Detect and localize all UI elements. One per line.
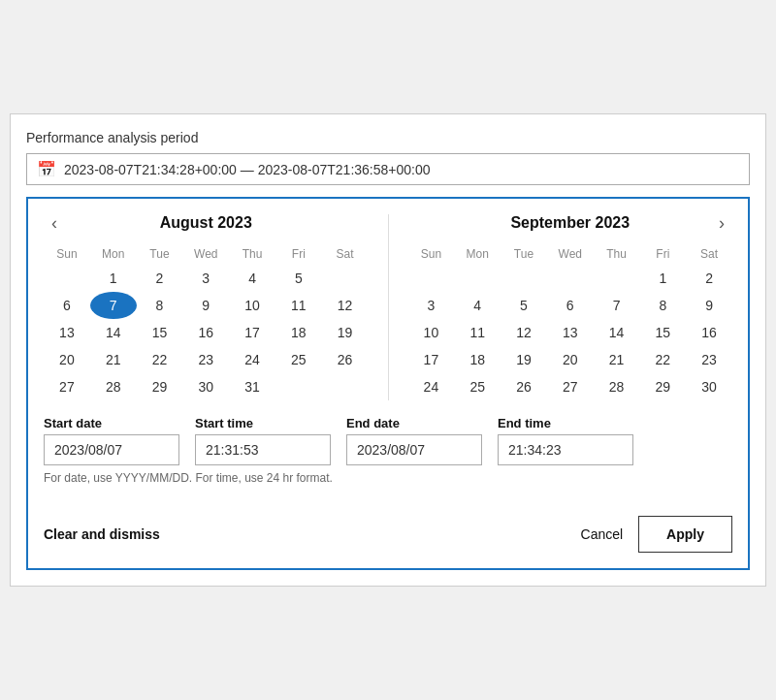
calendar-divider xyxy=(388,214,389,400)
august-title: August 2023 xyxy=(160,214,252,232)
table-row[interactable]: 20 xyxy=(44,346,90,373)
table-row xyxy=(501,265,547,292)
prev-month-button[interactable]: ‹ xyxy=(44,211,65,236)
table-row[interactable]: 31 xyxy=(229,373,275,400)
sep-thu-header: Thu xyxy=(594,243,640,265)
table-row xyxy=(275,373,322,400)
end-time-input[interactable] xyxy=(498,434,633,465)
cancel-button[interactable]: Cancel xyxy=(581,526,624,542)
table-row[interactable]: 6 xyxy=(547,292,594,319)
table-row[interactable]: 23 xyxy=(686,346,732,373)
end-date-input[interactable] xyxy=(346,434,482,465)
sep-wed-header: Wed xyxy=(547,243,594,265)
aug-wed-header: Wed xyxy=(182,243,229,265)
table-row[interactable]: 18 xyxy=(275,319,322,346)
table-row[interactable]: 20 xyxy=(547,346,594,373)
table-row[interactable]: 4 xyxy=(454,292,501,319)
august-header: ‹ August 2023 xyxy=(44,214,369,232)
table-row[interactable]: 12 xyxy=(322,292,369,319)
table-row[interactable]: 8 xyxy=(639,292,686,319)
table-row[interactable]: 22 xyxy=(137,346,183,373)
september-title: September 2023 xyxy=(510,214,630,232)
table-row[interactable]: 13 xyxy=(547,319,594,346)
table-row[interactable]: 29 xyxy=(137,373,183,400)
table-row[interactable]: 1 xyxy=(90,265,137,292)
table-row xyxy=(454,265,501,292)
table-row[interactable]: 19 xyxy=(501,346,547,373)
table-row[interactable]: 17 xyxy=(408,346,455,373)
table-row[interactable]: 7 xyxy=(594,292,640,319)
table-row[interactable]: 8 xyxy=(137,292,183,319)
table-row[interactable]: 25 xyxy=(275,346,322,373)
table-row[interactable]: 2 xyxy=(686,265,732,292)
clear-dismiss-button[interactable]: Clear and dismiss xyxy=(44,526,160,542)
table-row[interactable]: 15 xyxy=(137,319,183,346)
start-time-label: Start time xyxy=(195,416,331,430)
date-range-text: 2023-08-07T21:34:28+00:00 — 2023-08-07T2… xyxy=(64,162,431,177)
table-row[interactable]: 24 xyxy=(229,346,275,373)
table-row[interactable]: 4 xyxy=(229,265,275,292)
table-row[interactable]: 30 xyxy=(686,373,732,400)
table-row[interactable]: 26 xyxy=(322,346,369,373)
aug-thu-header: Thu xyxy=(229,243,275,265)
table-row[interactable]: 21 xyxy=(594,346,640,373)
table-row[interactable]: 27 xyxy=(547,373,594,400)
table-row[interactable]: 2 xyxy=(137,265,183,292)
aug-tue-header: Tue xyxy=(137,243,183,265)
table-row[interactable]: 9 xyxy=(182,292,229,319)
table-row[interactable]: 27 xyxy=(44,373,90,400)
table-row[interactable]: 14 xyxy=(594,319,640,346)
table-row[interactable]: 16 xyxy=(182,319,229,346)
performance-analysis-dialog: Performance analysis period 📅 2023-08-07… xyxy=(10,113,766,587)
table-row[interactable]: 6 xyxy=(44,292,90,319)
table-row[interactable]: 22 xyxy=(639,346,686,373)
footer-right-buttons: Cancel Apply xyxy=(581,516,732,553)
dialog-footer: Clear and dismiss Cancel Apply xyxy=(44,504,732,553)
table-row[interactable]: 28 xyxy=(90,373,137,400)
table-row[interactable]: 17 xyxy=(229,319,275,346)
table-row[interactable]: 3 xyxy=(182,265,229,292)
table-row xyxy=(547,265,594,292)
table-row[interactable]: 5 xyxy=(275,265,322,292)
start-time-input[interactable] xyxy=(195,434,331,465)
table-row[interactable]: 5 xyxy=(501,292,547,319)
table-row[interactable]: 26 xyxy=(501,373,547,400)
apply-button[interactable]: Apply xyxy=(638,516,732,553)
table-row[interactable]: 14 xyxy=(90,319,137,346)
table-row[interactable]: 18 xyxy=(454,346,501,373)
table-row[interactable]: 29 xyxy=(639,373,686,400)
sep-sun-header: Sun xyxy=(408,243,455,265)
calendar-august: ‹ August 2023 Sun Mon Tue Wed Thu Fri Sa… xyxy=(44,214,369,400)
table-row[interactable]: 30 xyxy=(182,373,229,400)
next-month-button[interactable]: › xyxy=(711,211,732,236)
table-row[interactable]: 10 xyxy=(229,292,275,319)
format-hint: For date, use YYYY/MM/DD. For time, use … xyxy=(44,471,732,485)
table-row[interactable]: 11 xyxy=(275,292,322,319)
table-row[interactable]: 25 xyxy=(454,373,501,400)
table-row xyxy=(44,265,90,292)
table-row[interactable]: 11 xyxy=(454,319,501,346)
table-row[interactable]: 28 xyxy=(594,373,640,400)
table-row[interactable]: 16 xyxy=(686,319,732,346)
calendar-september: September 2023 › Sun Mon Tue Wed Thu Fri… xyxy=(408,214,733,400)
table-row[interactable]: 13 xyxy=(44,319,90,346)
table-row[interactable]: 24 xyxy=(408,373,455,400)
table-row[interactable]: 15 xyxy=(639,319,686,346)
table-row[interactable]: 9 xyxy=(686,292,732,319)
table-row[interactable]: 19 xyxy=(322,319,369,346)
end-time-label: End time xyxy=(498,416,633,430)
aug-sun-header: Sun xyxy=(44,243,90,265)
table-row[interactable]: 12 xyxy=(501,319,547,346)
table-row[interactable]: 10 xyxy=(408,319,455,346)
table-row[interactable]: 7 xyxy=(90,292,137,319)
start-date-input[interactable] xyxy=(44,434,179,465)
calendar-container: ‹ August 2023 Sun Mon Tue Wed Thu Fri Sa… xyxy=(26,197,750,570)
table-row[interactable]: 1 xyxy=(639,265,686,292)
sep-tue-header: Tue xyxy=(501,243,547,265)
table-row[interactable]: 3 xyxy=(408,292,455,319)
start-date-label: Start date xyxy=(44,416,179,430)
september-grid: Sun Mon Tue Wed Thu Fri Sat 123456789101… xyxy=(408,243,733,400)
table-row[interactable]: 21 xyxy=(90,346,137,373)
table-row xyxy=(322,373,369,400)
table-row[interactable]: 23 xyxy=(182,346,229,373)
